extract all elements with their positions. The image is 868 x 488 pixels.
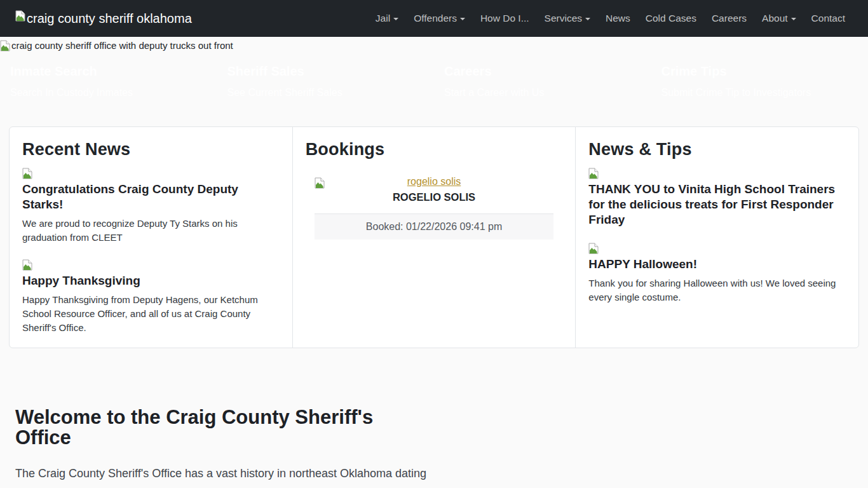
nav-item-about[interactable]: About — [754, 8, 804, 29]
welcome-paragraph: The Craig County Sheriff's Office has a … — [15, 464, 427, 488]
promo-careers[interactable]: Careers Start a Career with Us — [434, 64, 651, 98]
promo-row: Inmate Search Search In Custody Inmates … — [0, 64, 868, 98]
navbar-menu: Jail Offenders How Do I... Services News… — [368, 8, 853, 29]
nav-item-offenders[interactable]: Offenders — [406, 8, 473, 29]
promo-crime-tips[interactable]: Crime Tips Submit Crime Tip to Investiga… — [651, 64, 868, 98]
nav-item-jail[interactable]: Jail — [368, 8, 406, 29]
caret-down-icon — [393, 18, 398, 20]
news-item-heading[interactable]: THANK YOU to Vinita High School Trainers… — [588, 182, 846, 227]
broken-image-icon — [15, 10, 25, 22]
bookings-card: Bookings rogelio solis ROGELIO SOLIS Boo… — [292, 126, 576, 348]
promo-title: Inmate Search — [10, 64, 207, 79]
caret-down-icon — [585, 18, 590, 20]
hero-image-broken: craig county sheriff office with deputy … — [0, 37, 868, 51]
caret-down-icon — [460, 18, 465, 20]
hero-section: craig county sheriff office with deputy … — [0, 37, 868, 98]
promo-title: Sheriff Sales — [227, 64, 424, 79]
inmate-link[interactable]: rogelio solis — [407, 176, 461, 187]
nav-item-label: Careers — [712, 13, 747, 24]
card-title: Recent News — [22, 140, 280, 159]
promo-subtitle: Submit Crime Tip to Investigators — [661, 87, 858, 98]
nav-item-cold-cases[interactable]: Cold Cases — [638, 8, 704, 29]
nav-item-label: Offenders — [414, 13, 457, 24]
welcome-section: Welcome to the Craig County Sheriff's Of… — [0, 407, 445, 488]
card-title: News & Tips — [588, 140, 846, 159]
nav-item-label: News — [606, 13, 630, 24]
booking-entry: rogelio solis ROGELIO SOLIS Booked: 01/2… — [315, 176, 554, 240]
broken-image-icon — [22, 259, 32, 271]
promo-subtitle: See Current Sheriff Sales — [227, 87, 424, 98]
promo-subtitle: Search In Custody Inmates — [10, 87, 207, 98]
nav-item-how-do-i[interactable]: How Do I... — [473, 8, 537, 29]
news-item-text: Thank you for sharing Halloween with us!… — [588, 276, 843, 304]
nav-item-label: Services — [545, 13, 582, 24]
news-item: Congratulations Craig County Deputy Star… — [22, 168, 280, 244]
news-item-heading[interactable]: Happy Thanksgiving — [22, 273, 280, 288]
nav-item-label: Cold Cases — [646, 13, 696, 24]
nav-item-services[interactable]: Services — [537, 8, 598, 29]
card-title: Bookings — [306, 140, 563, 159]
promo-title: Crime Tips — [661, 64, 858, 79]
nav-item-label: Jail — [376, 13, 390, 24]
news-item: Happy Thanksgiving Happy Thanksgiving fr… — [22, 259, 280, 334]
page-title: Welcome to the Craig County Sheriff's Of… — [15, 407, 409, 448]
news-item-text: Happy Thanksgiving from Deputy Hagens, o… — [22, 293, 276, 334]
booking-header: rogelio solis — [315, 176, 554, 187]
news-tips-card: News & Tips THANK YOU to Vinita High Sch… — [575, 126, 859, 348]
nav-item-contact[interactable]: Contact — [804, 8, 853, 29]
promo-title: Careers — [444, 64, 641, 79]
caret-down-icon — [791, 18, 796, 20]
nav-item-news[interactable]: News — [598, 8, 638, 29]
broken-image-icon — [0, 40, 10, 51]
cards-row: Recent News Congratulations Craig County… — [9, 126, 859, 348]
brand-link[interactable]: craig county sheriff oklahoma — [15, 10, 192, 27]
news-item: HAPPY Halloween! Thank you for sharing H… — [588, 243, 846, 304]
nav-item-label: How Do I... — [480, 13, 529, 24]
nav-item-label: Contact — [811, 13, 845, 24]
promo-subtitle: Start a Career with Us — [444, 87, 641, 98]
top-navbar: craig county sheriff oklahoma Jail Offen… — [0, 0, 868, 37]
brand-alt-text: craig county sheriff oklahoma — [27, 10, 192, 27]
news-item: THANK YOU to Vinita High School Trainers… — [588, 168, 846, 227]
news-item-heading[interactable]: HAPPY Halloween! — [588, 257, 846, 272]
news-item-text: We are proud to recognize Deputy Ty Star… — [22, 217, 276, 245]
news-item-heading[interactable]: Congratulations Craig County Deputy Star… — [22, 182, 280, 212]
booking-timestamp: Booked: 01/22/2026 09:41 pm — [315, 214, 554, 240]
promo-inmate-search[interactable]: Inmate Search Search In Custody Inmates — [0, 64, 217, 98]
broken-image-icon — [315, 177, 325, 189]
broken-image-icon — [588, 168, 599, 179]
nav-item-careers[interactable]: Careers — [704, 8, 754, 29]
broken-image-icon — [588, 243, 599, 254]
promo-sheriff-sales[interactable]: Sheriff Sales See Current Sheriff Sales — [217, 64, 435, 98]
broken-image-icon — [22, 168, 32, 179]
hero-image-alt-text: craig county sheriff office with deputy … — [11, 40, 233, 51]
recent-news-card: Recent News Congratulations Craig County… — [9, 126, 293, 348]
inmate-name: ROGELIO SOLIS — [315, 191, 554, 203]
nav-item-label: About — [762, 13, 788, 24]
